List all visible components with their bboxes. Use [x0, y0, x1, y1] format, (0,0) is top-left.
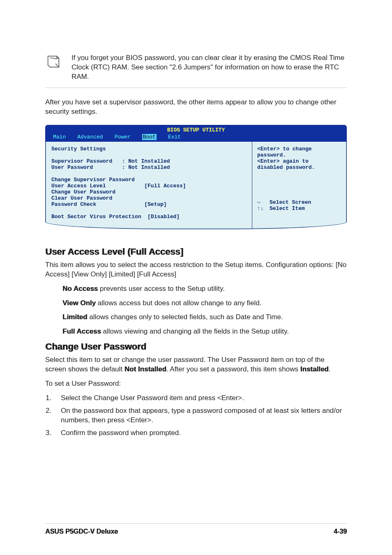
- bios-item-clear-user[interactable]: Clear User Password: [51, 195, 246, 201]
- bios-tabs: Main Advanced Power Boot Exit: [50, 134, 342, 140]
- footer-page-number: 4-39: [334, 528, 347, 535]
- bios-nav-select-screen: ↔ Select Screen: [257, 199, 341, 205]
- bios-help-panel: <Enter> to change password. <Enter> agai…: [252, 142, 346, 229]
- bios-item-change-user[interactable]: Change User Password: [51, 189, 246, 195]
- bios-item-boot-sector[interactable]: Boot Sector Virus Protection [Disabled]: [51, 214, 246, 220]
- bios-item-user-access-level[interactable]: User Access Level [Full Access]: [51, 183, 246, 189]
- step-3: Confirm the password when prompted.: [53, 428, 347, 438]
- bios-left-panel: Security Settings Supervisor Password : …: [46, 142, 252, 229]
- bios-help-l1: <Enter> to change: [257, 146, 341, 152]
- bios-tab-main[interactable]: Main: [53, 134, 66, 140]
- def-full-access: Full Access allows viewing and changing …: [62, 327, 347, 336]
- heading-change-user-password: Change User Password: [45, 341, 347, 352]
- step-2: On the password box that appears, type a…: [53, 406, 347, 425]
- bios-help-l4: disabled password.: [257, 164, 341, 170]
- note-block: If you forget your BIOS password, you ca…: [45, 53, 347, 88]
- user-access-level-desc: This item allows you to select the acces…: [45, 260, 347, 279]
- bios-screenshot: BIOS SETUP UTILITY Main Advanced Power B…: [45, 125, 347, 229]
- bios-title: BIOS SETUP UTILITY: [50, 127, 342, 133]
- intro-paragraph: After you have set a supervisor password…: [45, 98, 347, 117]
- heading-user-access-level: User Access Level (Full Access]: [45, 246, 347, 257]
- footer-product: ASUS P5GDC-V Deluxe: [45, 528, 118, 535]
- arrows-lr-icon: ↔: [257, 199, 265, 205]
- bios-status-supervisor: Supervisor Password : Not Installed: [51, 158, 246, 164]
- bios-item-change-supervisor[interactable]: Change Supervisor Password: [51, 177, 246, 183]
- bios-section-header: Security Settings: [51, 146, 246, 152]
- def-limited: Limited allows changes only to selected …: [62, 313, 347, 322]
- def-view-only: View Only allows access but does not all…: [62, 299, 347, 308]
- arrows-ud-icon: ↑↓: [257, 205, 265, 212]
- bios-status-user: User Password : Not Installed: [51, 164, 246, 170]
- step-1: Select the Change User Password item and…: [53, 394, 347, 403]
- note-icon: [45, 53, 62, 72]
- bios-tab-exit[interactable]: Exit: [168, 134, 181, 140]
- note-text: If you forget your BIOS password, you ca…: [71, 53, 347, 82]
- page-footer: ASUS P5GDC-V Deluxe 4-39: [45, 523, 347, 535]
- bios-tab-power[interactable]: Power: [115, 134, 131, 140]
- bios-nav-select-item: ↑↓ Select Item: [257, 205, 341, 212]
- def-no-access: No Access prevents user access to the Se…: [62, 284, 347, 294]
- to-set-user-password: To set a User Password:: [45, 379, 347, 389]
- steps-list: Select the Change User Password item and…: [53, 394, 347, 438]
- bios-tab-advanced[interactable]: Advanced: [77, 134, 103, 140]
- bios-help-l2: password.: [257, 152, 341, 158]
- bios-tab-boot[interactable]: Boot: [142, 134, 157, 140]
- bios-top-bar: BIOS SETUP UTILITY Main Advanced Power B…: [46, 125, 346, 142]
- bios-help-l3: <Enter> again to: [257, 158, 341, 164]
- change-user-password-desc: Select this item to set or change the us…: [45, 355, 347, 374]
- bios-item-password-check[interactable]: Password Check [Setup]: [51, 201, 246, 207]
